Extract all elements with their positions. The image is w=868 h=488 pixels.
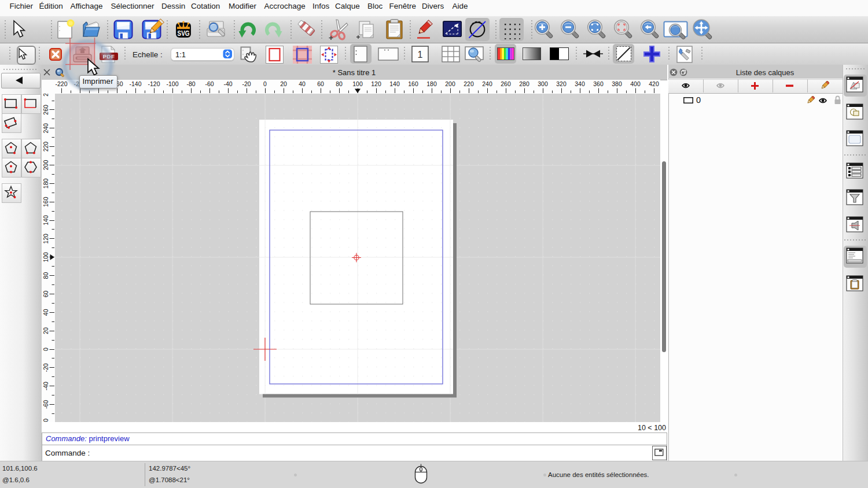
svg-text:60: 60 [317,80,324,87]
svg-text:0: 0 [263,80,267,87]
svg-text:200: 200 [42,160,49,171]
svg-text:360: 360 [593,80,604,87]
svg-text:380: 380 [612,80,622,87]
svg-text:-20: -20 [242,80,251,87]
svg-text:-20: -20 [42,363,49,372]
svg-text:60: 60 [42,290,49,297]
svg-text:-140: -140 [129,80,141,87]
svg-text:220: 220 [42,142,49,152]
svg-text:-80: -80 [186,80,195,87]
svg-text:120: 120 [42,234,49,244]
svg-text:260: 260 [42,105,49,115]
svg-text:20: 20 [42,327,49,334]
svg-text:300: 300 [538,80,548,87]
svg-text:160: 160 [408,80,418,87]
svg-text:-100: -100 [166,80,178,87]
svg-text:420: 420 [649,80,659,87]
svg-text:-40: -40 [42,382,49,390]
svg-text:-60: -60 [42,400,49,409]
svg-text:240: 240 [482,80,492,87]
svg-text:160: 160 [42,197,49,207]
svg-text:80: 80 [336,80,343,87]
svg-text:20: 20 [280,80,287,87]
svg-text:280: 280 [42,94,49,97]
svg-text:340: 340 [575,80,585,87]
svg-text:320: 320 [556,80,567,87]
svg-text:180: 180 [426,80,437,87]
svg-text:400: 400 [630,80,641,87]
svg-text:0: 0 [42,347,49,351]
svg-text:260: 260 [501,80,511,87]
svg-text:-120: -120 [148,80,160,87]
svg-text:280: 280 [519,80,529,87]
svg-text:40: 40 [42,309,49,316]
svg-text:-40: -40 [223,80,232,87]
svg-text:240: 240 [42,123,49,134]
svg-text:140: 140 [389,80,400,87]
svg-text:120: 120 [371,80,381,87]
svg-text:100: 100 [42,252,49,263]
svg-text:1: 1 [418,50,423,60]
svg-text:40: 40 [299,80,306,87]
svg-text:140: 140 [42,215,49,225]
svg-text:SVG: SVG [178,29,190,38]
svg-text:80: 80 [42,272,49,279]
svg-text:220: 220 [464,80,474,87]
svg-text:200: 200 [445,80,455,87]
svg-text:100: 100 [352,80,363,87]
svg-text:-60: -60 [205,80,214,87]
svg-text:180: 180 [42,178,49,188]
